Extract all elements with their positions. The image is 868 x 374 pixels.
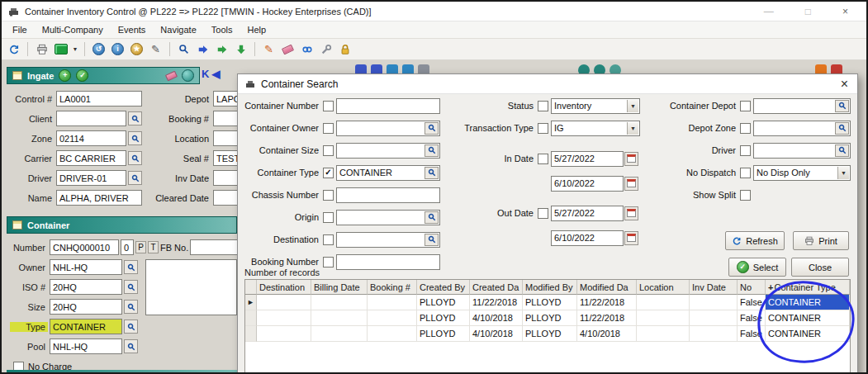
destination-input[interactable] [336, 232, 440, 248]
arrow-right-blue-icon[interactable] [194, 40, 211, 58]
eraser-icon[interactable] [165, 70, 178, 81]
container-owner-input[interactable] [336, 121, 440, 136]
grid-col-created-date[interactable]: Created Da [470, 280, 523, 295]
maximize-button[interactable]: □ [805, 6, 811, 17]
grid-cell[interactable] [368, 310, 417, 326]
close-button[interactable]: × [842, 6, 848, 17]
origin-lookup-button[interactable] [425, 211, 439, 224]
carrier-input[interactable]: BC CARRIER [56, 150, 126, 166]
origin-checkbox[interactable] [323, 212, 334, 223]
zone-lookup-button[interactable] [128, 131, 142, 145]
eraser-icon[interactable] [279, 40, 296, 58]
no-dispatch-checkbox[interactable] [740, 168, 751, 178]
grid-cell[interactable]: CONTAINER [766, 310, 850, 326]
transaction-type-select[interactable]: IG▼ [551, 121, 640, 136]
chevron-down-icon[interactable]: ▼ [627, 122, 638, 135]
grid-cell[interactable] [368, 326, 417, 342]
carrier-lookup-button[interactable] [128, 151, 142, 165]
iso-lookup-button[interactable] [124, 280, 138, 294]
pen-icon[interactable]: ✎ [260, 40, 277, 58]
grid-col-inv-date[interactable]: Inv Date [690, 280, 738, 295]
driver-input[interactable]: DRIVER-01 [56, 170, 126, 186]
transaction-type-checkbox[interactable] [538, 123, 548, 134]
grid-selector-header[interactable] [245, 280, 257, 295]
no-dispatch-select[interactable]: No Disp Only▼ [753, 165, 851, 181]
booking-number-input[interactable] [336, 254, 440, 270]
history-icon[interactable]: ↺ [90, 40, 107, 58]
search-icon[interactable] [175, 40, 192, 58]
container-number-input[interactable] [336, 98, 440, 114]
show-split-checkbox[interactable] [740, 190, 751, 201]
owner-lookup-button[interactable] [124, 260, 138, 274]
award-icon[interactable]: ★ [128, 40, 145, 58]
print-button[interactable]: Print [793, 231, 849, 250]
cleared-date-input[interactable] [213, 190, 237, 206]
container-depot-input[interactable] [753, 98, 851, 114]
close-dialog-button[interactable]: Close [791, 258, 849, 277]
info-icon[interactable]: i [109, 40, 126, 58]
container-type-input[interactable]: CONTAINER [336, 165, 440, 181]
status-checkbox[interactable] [538, 101, 548, 111]
out-date-from-input[interactable]: 5/27/2022 [551, 206, 624, 221]
grid-cell[interactable]: 4/10/2018 [470, 310, 523, 326]
out-date-to-input[interactable]: 6/10/2022 [551, 230, 624, 246]
grid-cell[interactable] [368, 295, 417, 310]
container-number-input[interactable]: CNHQ000010 [50, 239, 119, 255]
depot-input[interactable]: LAPOR [213, 91, 237, 107]
driver-lookup-button[interactable] [128, 171, 142, 185]
container-owner-lookup-button[interactable] [425, 122, 439, 135]
arrow-down-green-icon[interactable] [232, 40, 249, 58]
grid-cell[interactable]: False [738, 326, 766, 342]
menu-item-help[interactable]: Help [240, 25, 273, 35]
type-lookup-button[interactable] [124, 320, 138, 334]
client-lookup-button[interactable] [128, 111, 142, 125]
grid-cell[interactable]: 11/22/2018 [577, 295, 637, 310]
screen-dropdown-caret-icon[interactable]: ▼ [71, 46, 79, 52]
iso-input[interactable]: 20HQ [50, 279, 122, 295]
calendar-icon[interactable] [624, 177, 638, 191]
depot-zone-lookup-button[interactable] [835, 122, 849, 135]
grid-cell[interactable]: PLLOYD [417, 326, 470, 342]
wrench-icon[interactable] [317, 40, 334, 58]
inv-date-input[interactable] [213, 170, 237, 186]
container-owner-checkbox[interactable] [323, 123, 334, 134]
container-number-checkbox[interactable] [323, 101, 334, 111]
grid-cell[interactable]: PLLOYD [523, 310, 577, 326]
print-icon[interactable] [33, 40, 50, 58]
refresh-icon[interactable] [5, 40, 22, 58]
p-toggle[interactable]: P [135, 241, 146, 253]
links-icon[interactable] [298, 40, 315, 58]
grid-cell[interactable] [690, 326, 738, 342]
grid-cell[interactable]: CONTAINER [766, 326, 850, 342]
owner-input[interactable]: NHL-HQ [50, 259, 122, 275]
container-depot-lookup-button[interactable] [835, 100, 849, 112]
in-date-to-input[interactable]: 6/10/2022 [551, 176, 624, 192]
grid-cell[interactable] [311, 310, 368, 326]
grid-cell[interactable]: PLLOYD [523, 326, 577, 342]
container-aux-input[interactable]: 0 [121, 239, 134, 255]
client-input[interactable] [56, 111, 126, 126]
dialog-driver-input[interactable] [753, 143, 851, 159]
calendar-icon[interactable] [624, 206, 638, 220]
size-input[interactable]: 20HQ [50, 299, 122, 315]
grid-col-modified-by[interactable]: Modified By [523, 280, 577, 295]
dialog-driver-checkbox[interactable] [740, 145, 751, 156]
container-size-lookup-button[interactable] [425, 144, 439, 157]
menu-item-navigate[interactable]: Navigate [153, 25, 203, 35]
pool-lookup-button[interactable] [124, 339, 138, 353]
container-size-input[interactable] [336, 143, 440, 159]
container-depot-checkbox[interactable] [740, 101, 751, 111]
row-selector[interactable]: ► [245, 295, 257, 310]
calendar-icon[interactable] [624, 231, 638, 245]
menu-item-multi-company[interactable]: Multi-Company [35, 25, 111, 35]
grid-cell[interactable] [690, 310, 738, 326]
arrow-right-green-icon[interactable] [213, 40, 230, 58]
add-icon[interactable]: + [59, 69, 71, 82]
minimize-button[interactable]: — [764, 6, 774, 17]
grid-cell[interactable]: False [738, 295, 766, 310]
grid-cell[interactable]: PLLOYD [417, 310, 470, 326]
booking-number-checkbox[interactable] [323, 257, 334, 267]
grid-col-no[interactable]: No [738, 280, 766, 295]
chevron-down-icon[interactable]: ▼ [837, 167, 849, 179]
name-input[interactable]: ALPHA, DRIVER [56, 190, 142, 206]
